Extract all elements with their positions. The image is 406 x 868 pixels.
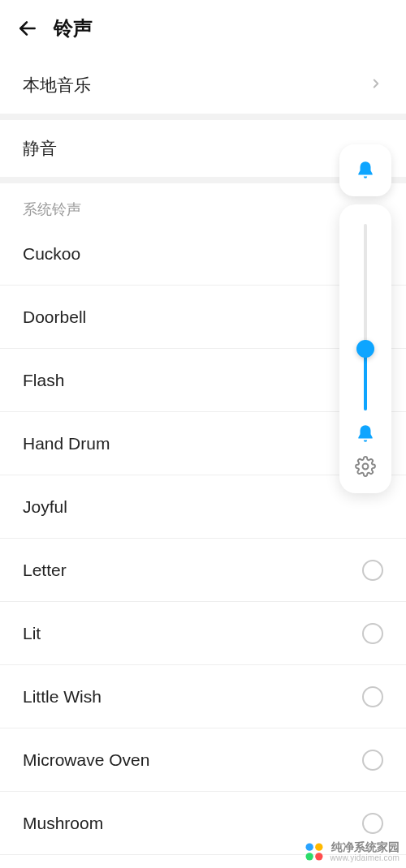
svg-point-1 [363,464,369,470]
ringtone-name: Hand Drum [23,434,110,453]
svg-point-2 [305,844,313,851]
volume-settings-button[interactable] [355,445,376,485]
back-button[interactable] [13,14,42,43]
volume-slider-fill [364,349,367,410]
volume-body [339,204,391,493]
bell-icon [355,423,376,445]
watermark: 纯净系统家园 www.yidaimei.com [303,840,400,863]
ringtone-name: Microwave Oven [23,750,149,770]
ringtone-name: Mushroom [23,814,103,833]
bell-icon [355,160,376,181]
ringtone-name: Little Wish [23,687,102,707]
radio-unchecked-icon[interactable] [362,623,383,644]
watermark-logo-icon [303,840,326,863]
svg-point-3 [315,844,322,851]
ringtone-name: Doorbell [23,307,86,327]
ringtone-name: Flash [23,371,64,390]
volume-slider[interactable] [364,224,367,410]
arrow-left-icon [17,18,38,39]
watermark-url: www.yidaimei.com [330,853,400,862]
ringtone-item[interactable]: Microwave Oven [0,728,406,792]
header: 铃声 [0,0,406,57]
gear-icon [355,456,376,477]
volume-panel [339,144,391,493]
silent-label: 静音 [23,137,57,160]
ringtone-item[interactable]: Lit [0,602,406,665]
page-title: 铃声 [54,15,93,41]
watermark-brand: 纯净系统家园 [331,841,400,853]
radio-unchecked-icon[interactable] [362,560,383,581]
ringtone-name: Joyful [23,497,67,517]
volume-slider-thumb[interactable] [356,340,374,358]
ringtone-name: Lit [23,624,41,643]
svg-point-4 [305,853,313,860]
local-music-row[interactable]: 本地音乐 [0,57,406,114]
svg-point-5 [315,853,322,860]
radio-unchecked-icon[interactable] [362,750,383,771]
radio-unchecked-icon[interactable] [362,813,383,834]
radio-unchecked-icon[interactable] [362,686,383,707]
ringtone-name: Letter [23,561,67,580]
chevron-right-icon [369,76,383,94]
ringtone-item[interactable]: Letter [0,539,406,602]
volume-mode-button[interactable] [339,144,391,196]
ringtone-name: Cuckoo [23,244,80,264]
local-music-label: 本地音乐 [23,74,91,97]
ringtone-item[interactable]: Little Wish [0,665,406,728]
divider [0,114,406,120]
